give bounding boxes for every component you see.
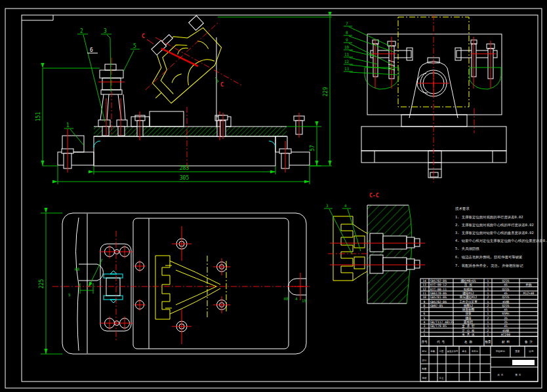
bom-mat: Q235 xyxy=(502,304,509,307)
section-label-c-lower: C xyxy=(220,82,224,88)
front-section-view: C C 151 283 305 57 229 xyxy=(35,16,332,184)
rear-view: 7 8 9 10 11 12 13 xyxy=(344,14,506,182)
label-qianming: 签名 xyxy=(462,350,467,353)
bom-no: 8 xyxy=(424,304,426,307)
workpiece-clamp-bolt xyxy=(152,33,174,55)
bom-header-name: 名 称 xyxy=(464,340,472,343)
label-genggai: 更改文件号 xyxy=(447,349,459,353)
label-gongyi: 工艺 xyxy=(439,377,444,380)
bom-no: 7 xyxy=(424,308,426,311)
detail-callout-4: 4 xyxy=(344,203,347,208)
sheet-border xyxy=(5,9,542,388)
bom-mat: 45 xyxy=(504,308,508,311)
bom-no: 14 xyxy=(422,279,426,283)
bom-name: 螺栓M8×65 xyxy=(460,279,476,283)
detail-section-view: C-C 3 4 xyxy=(324,193,425,304)
callout-7: 7 xyxy=(346,21,348,26)
bom-name: 球面垫圈 xyxy=(462,307,475,312)
detail-hatch-block xyxy=(367,205,412,304)
detail-callout-3: 3 xyxy=(326,203,329,208)
bom-qty: 1 xyxy=(487,300,489,304)
drill-bushing xyxy=(189,16,204,31)
bom-qty: 1 xyxy=(487,324,489,328)
bom-qty: 2 xyxy=(487,296,489,299)
bom-no: 6 xyxy=(424,312,426,315)
label-dizhang: 第 张 xyxy=(516,374,521,376)
dim-283: 283 xyxy=(180,165,190,171)
notes-line-5: 5. 夹具须防锈 xyxy=(455,246,479,251)
label-4-right: 4 xyxy=(295,296,298,301)
bom-mat: Q235 xyxy=(502,279,509,283)
bom-mat: 35 xyxy=(504,321,508,324)
plan-slot-right: R8 4 15 xyxy=(284,273,308,303)
bom-mat: 45 xyxy=(504,283,508,286)
callout-8: 8 xyxy=(346,30,348,35)
label-15-right: 15 xyxy=(302,298,307,303)
bom-no: 5 xyxy=(424,317,426,320)
callout-13: 13 xyxy=(344,66,350,71)
bom-code: GB97-85 xyxy=(430,304,443,307)
dim-229: 229 xyxy=(323,87,329,97)
pedestal xyxy=(131,37,231,139)
rear-clamp-right xyxy=(455,37,501,89)
cad-drawing-canvas: C C 151 283 305 57 229 xyxy=(0,0,547,392)
clamp-tower xyxy=(98,58,127,136)
bom-name: 支 承 钉 xyxy=(462,324,475,328)
bom-no: 2 xyxy=(424,329,426,332)
bom-qty: 1 xyxy=(487,321,489,324)
bom-qty: 2 xyxy=(487,317,489,320)
bom-no: 11 xyxy=(422,292,426,295)
bom-no: 1 xyxy=(424,333,426,336)
bom-mat: 45钢 xyxy=(502,328,510,332)
bom-rem: M12×40 xyxy=(523,292,535,295)
label-shenhe: 审核 xyxy=(422,377,427,380)
bom-name: 夹 具 体 xyxy=(462,333,475,336)
label-chushu: 处数 xyxy=(431,349,436,353)
plan-view: R8 4 15 R8 5 225 xyxy=(39,213,310,354)
bom-qty: 1 xyxy=(487,279,489,283)
plate-bolts xyxy=(172,226,230,344)
parts-table: 14GB5782-86螺栓M8×651Q235 13KYT-00-12压 板14… xyxy=(420,279,538,346)
title-block: 标记 处数 分区 更改文件号 签名 年月日 设计 制图 审核 工艺 阶段标记 重… xyxy=(420,346,538,382)
bom-no: 9 xyxy=(424,300,426,304)
bom-mat: 45 xyxy=(504,292,508,295)
notes-title: 技术要求 xyxy=(455,206,470,211)
label-zhitu: 制图 xyxy=(422,368,427,370)
dim-305: 305 xyxy=(180,175,190,181)
bom-header-no: 序号 xyxy=(421,340,428,343)
bom-qty: 1 xyxy=(487,283,489,286)
workpiece-plan-outline xyxy=(155,256,226,319)
notes-line-2: 2. 支撑板定位面对底面中心线的平行度误差0.02 xyxy=(455,223,534,227)
bom-mat: 65Mn xyxy=(502,312,509,315)
bom-name: 弹簧 xyxy=(465,311,472,316)
bom-qty: 2 xyxy=(487,329,489,332)
bom-no: 10 xyxy=(422,296,426,299)
bom-header-material: 材 料 xyxy=(501,340,510,344)
bom-code: GB6170-86 xyxy=(430,292,447,295)
bom-code: GB/T79-85 xyxy=(430,324,447,328)
section-label-c-upper: C xyxy=(142,33,145,39)
callout-9: 9 xyxy=(346,37,348,42)
detail-callouts: 3 4 xyxy=(324,203,361,254)
bom-code: KYT-00-11 xyxy=(430,288,447,291)
label-sheji: 设计 xyxy=(422,359,427,362)
notes-line-7: 7. 装配后各件齐全, 灵活, 并做相应标记 xyxy=(455,264,523,268)
plan-dim-225: 225 xyxy=(39,213,62,354)
bom-mat: 45 xyxy=(504,324,508,328)
callout-10: 10 xyxy=(344,45,350,49)
bom-no: 4 xyxy=(424,321,426,324)
dim-225: 225 xyxy=(39,279,45,289)
bom-code: GB5782-86 xyxy=(430,300,447,304)
bom-qty: 1 xyxy=(487,288,489,291)
bom-name: 钻模板 xyxy=(464,287,473,291)
label-bili: 比例 xyxy=(529,350,534,353)
bom-header-remark: 备 注 xyxy=(525,340,533,343)
bom-no: 13 xyxy=(422,283,426,286)
label-r8-right: R8 xyxy=(284,296,289,301)
detail-workpiece xyxy=(333,216,367,281)
label-biaoji: 标记 xyxy=(422,350,427,353)
label-5-left: 5 xyxy=(68,292,71,297)
detail-section-label: C-C xyxy=(369,193,379,199)
plan-slot-left: R8 5 xyxy=(68,259,103,297)
bom-qty: 2 xyxy=(487,304,489,307)
